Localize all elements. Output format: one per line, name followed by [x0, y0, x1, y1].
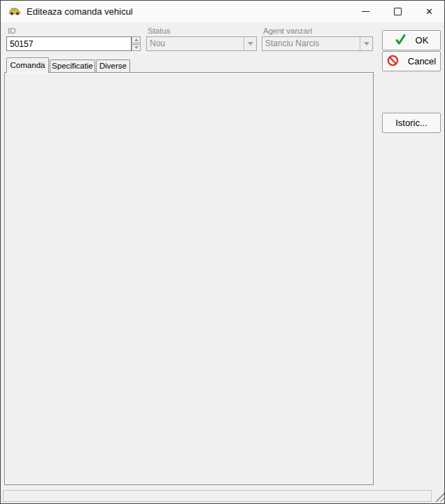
ok-button-label: OK: [416, 35, 429, 46]
green-check-icon: [395, 34, 407, 48]
close-icon: ✕: [425, 7, 433, 16]
resize-grip-icon[interactable]: [434, 491, 444, 502]
cancel-button[interactable]: Cancel: [382, 51, 441, 71]
id-label: ID: [8, 27, 16, 35]
red-block-icon: [387, 55, 399, 69]
tab-page-comanda: [4, 72, 374, 485]
tab-comanda[interactable]: Comanda: [6, 57, 49, 73]
id-input[interactable]: [6, 36, 132, 51]
chevron-down-icon: [243, 37, 256, 50]
id-spinner[interactable]: [132, 36, 141, 51]
status-label: Status: [148, 27, 171, 35]
titlebar[interactable]: Editeaza comanda vehicul ✕: [1, 1, 444, 22]
maximize-button[interactable]: [381, 1, 414, 22]
spin-down-icon[interactable]: [132, 44, 141, 51]
minimize-button[interactable]: [349, 1, 381, 22]
agent-value: Stanciu Narcis: [262, 37, 360, 50]
agent-combobox: Stanciu Narcis: [262, 36, 373, 51]
edit-vehicle-order-dialog: Editeaza comanda vehicul ✕ ID Status Nou…: [0, 0, 445, 504]
maximize-icon: [394, 8, 402, 15]
istoric-button-label: Istoric...: [395, 118, 428, 128]
tab-specificatie[interactable]: Specificatie: [50, 59, 95, 73]
status-combobox: Nou: [146, 36, 257, 51]
window-title: Editeaza comanda vehicul: [27, 6, 133, 17]
istoric-button[interactable]: Istoric...: [382, 113, 441, 133]
chevron-down-icon: [360, 37, 372, 50]
spin-up-icon[interactable]: [132, 36, 141, 43]
ok-button[interactable]: OK: [382, 30, 441, 50]
cancel-button-label: Cancel: [408, 56, 436, 66]
status-bar: [3, 490, 432, 502]
car-icon: [8, 6, 21, 20]
minimize-icon: [362, 11, 369, 12]
tab-diverse[interactable]: Diverse: [96, 59, 130, 73]
agent-label: Agent vanzari: [263, 27, 312, 35]
status-value: Nou: [147, 37, 243, 50]
close-button[interactable]: ✕: [414, 1, 445, 22]
